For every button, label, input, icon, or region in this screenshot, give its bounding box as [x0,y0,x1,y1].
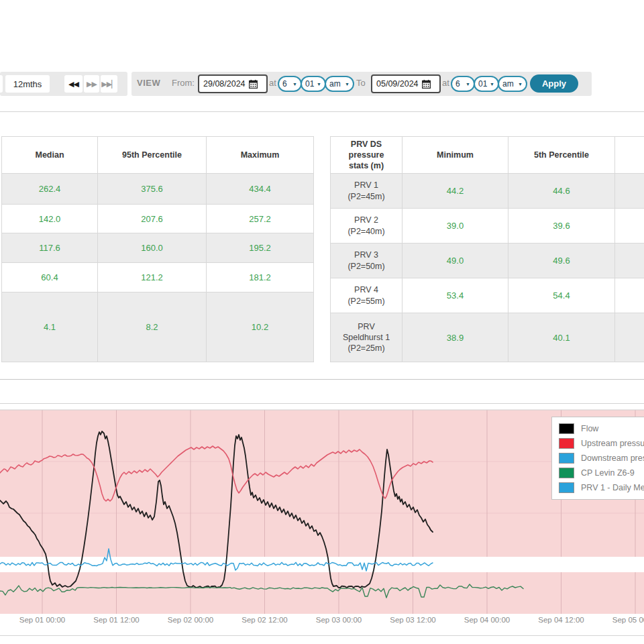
row-label: PRV 2 (P2=40m) [331,209,402,244]
to-date-value: 05/09/2024 [376,79,419,89]
to-ampm-select[interactable]: am▼ [498,76,527,92]
table-row: PRV 1 (P2=45m)44.244.6 [331,174,644,209]
x-tick-label: Sep 05 00:00 [612,616,644,624]
to-minute-select[interactable]: 01▼ [474,76,499,92]
stat-value: 434.4 [207,174,314,205]
legend-item[interactable]: Flow [559,421,644,436]
from-at-label: at [269,78,276,88]
section-divider [0,379,644,380]
from-date-value: 29/08/2024 [203,79,246,89]
stat-value: 257.2 [207,205,314,233]
to-at-label: at [442,78,449,88]
chevron-down-icon: ▼ [345,82,350,87]
x-tick-label: Sep 04 00:00 [464,616,510,624]
stat-value: 142.0 [2,205,98,233]
rewind-icon[interactable]: ◀◀ [64,75,83,93]
stat-value: 60.4 [2,263,98,292]
from-hour-select[interactable]: 6▼ [278,76,302,92]
stat-value: 39.6 [508,209,615,244]
range-12mths-button[interactable]: 12mths [5,75,50,93]
chart-legend: FlowUpstream pressureDownstream pressure… [551,417,644,500]
stat-value: 8.2 [98,292,207,362]
stat-value: 49.0 [402,244,508,278]
chevron-down-icon: ▼ [466,82,470,87]
stat-value: 39.0 [402,209,508,244]
row-label: PRV 4 (P2=55m) [331,278,402,313]
stat-value: 53.4 [402,278,508,313]
row-label: PRV Speldhurst 1 (P2=25m) [331,313,402,362]
stat-value: 49.6 [508,244,615,278]
stat-value: 117.6 [2,233,98,263]
apply-button[interactable]: Apply [530,74,578,93]
stat-value: 181.2 [207,263,314,292]
flow-stats-table: Median95th PercentileMaximum262.4375.643… [1,136,314,362]
table-row: 60.4121.2181.2 [2,263,314,292]
x-tick-label: Sep 04 12:00 [538,616,584,624]
stat-value: 121.2 [98,263,207,292]
x-tick-label: Sep 01 00:00 [19,616,65,624]
table-row: 142.0207.6257.2 [2,205,314,233]
chevron-down-icon: ▼ [317,82,321,87]
stat-value: 195.2 [207,233,314,263]
x-tick-label: Sep 01 12:00 [93,616,139,624]
prv-dashboard: 12mths ◀◀ ▶▶ ▶▶▏ VIEW From: 29/08/2024 a… [0,0,644,644]
legend-label: CP Levin Z6-9 [581,468,635,478]
from-label: From: [172,78,195,88]
x-tick-label: Sep 02 00:00 [168,616,213,624]
bottom-divider [0,635,644,636]
calendar-icon [422,80,431,89]
column-header: Median [2,137,98,174]
legend-label: Downstream pressure [581,453,644,463]
stat-value: 38.9 [402,313,508,362]
column-header: Maximum [207,137,314,174]
stat-value: 10.2 [207,292,314,362]
table-row: PRV 4 (P2=55m)53.454.4 [331,278,644,313]
stat-value: 375.6 [98,174,207,205]
stat-value: 160.0 [98,233,207,263]
legend-item[interactable]: CP Levin Z6-9 [559,466,644,480]
legend-label: PRV 1 - Daily Median [581,483,644,492]
prev-range-button-partial[interactable] [0,75,3,93]
stat-value: 44.6 [508,174,615,209]
chart-panel-top-border [0,403,644,404]
stat-value: 207.6 [98,205,207,233]
x-tick-label: Sep 03 00:00 [316,616,362,624]
stat-value [615,209,644,244]
row-label: PRV 3 (P2=50m) [331,244,402,278]
legend-swatch-icon [559,453,574,464]
legend-swatch-icon [559,438,574,449]
stat-value [615,278,644,313]
chevron-down-icon: ▼ [490,82,494,87]
toolbar-divider [0,111,644,112]
legend-item[interactable]: Upstream pressure [559,436,644,451]
pressure-table-title: PRV DS pressure stats (m) [331,137,402,174]
legend-item[interactable]: Downstream pressure [559,451,644,466]
column-header: Minimum [402,137,508,174]
stat-value: 40.1 [508,313,615,362]
from-minute-select[interactable]: 01▼ [301,76,326,92]
stat-value [615,313,644,362]
row-label: PRV 1 (P2=45m) [331,174,402,209]
legend-item[interactable]: PRV 1 - Daily Median [559,480,644,495]
table-row: PRV Speldhurst 1 (P2=25m)38.940.1 [331,313,644,362]
forward-end-icon[interactable]: ▶▶▏ [101,75,117,93]
view-label: VIEW [137,78,160,88]
pressure-stats-table: PRV DS pressure stats (m)Minimum5th Perc… [330,136,644,362]
forward-icon[interactable]: ▶▶ [84,75,99,93]
x-tick-label: Sep 02 12:00 [241,616,287,624]
stat-value: 4.1 [2,292,98,362]
legend-label: Upstream pressure [581,439,644,448]
to-date-input[interactable]: 05/09/2024 [371,74,441,93]
to-hour-select[interactable]: 6▼ [451,76,475,92]
legend-swatch-icon [559,423,574,434]
table-row: 4.18.210.2 [2,292,314,362]
legend-label: Flow [581,424,598,433]
legend-swatch-icon [559,482,574,493]
column-header: 5th Percentile [508,137,615,174]
chevron-down-icon: ▼ [292,82,297,87]
stat-value: 262.4 [2,174,98,205]
from-date-input[interactable]: 29/08/2024 [198,74,268,93]
from-ampm-select[interactable]: am▼ [325,76,354,92]
table-row: 262.4375.6434.4 [2,174,314,205]
calendar-icon [249,80,258,89]
